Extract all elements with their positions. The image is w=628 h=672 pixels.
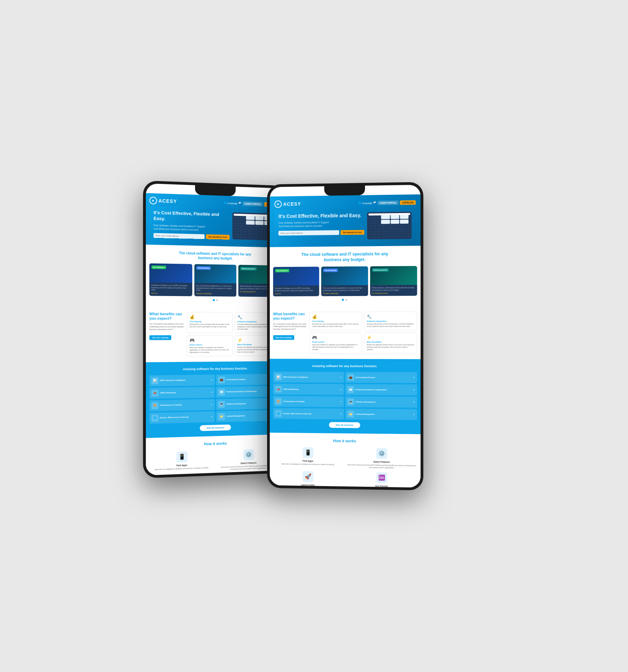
sw-crm-left[interactable]: 📣 CRM & Marketing ▼: [149, 386, 215, 398]
sw-prod-right[interactable]: 🎨 Productivity & Creativity ▼: [273, 396, 344, 407]
screen-right[interactable]: ⊕ ACESY 🌐 Language 🏳️ USER PORTAL CATALO…: [270, 194, 421, 487]
card-tag-2-left: Cloud Hosting: [196, 266, 211, 270]
benefit-desc-flex-right: Reduce the difficulty and the time to hi…: [367, 344, 414, 351]
sw-domain-arrow-right: ▼: [340, 413, 342, 415]
sw-acc-right[interactable]: 💼 Accounting & Finance ▼: [345, 372, 417, 383]
sw-acc-text-right: Accounting & Finance: [355, 376, 375, 378]
sw-email-right[interactable]: ✉️ Professional Email & Collaboration ▼: [345, 384, 417, 395]
software-grid-left: 📊 ERP & Business Intelligence ▼ 💼 Accoun…: [149, 374, 279, 424]
tagline-section-left: The cloud software and IT specialists fo…: [146, 244, 283, 307]
card-tag-3-right: Online presence!: [372, 268, 389, 272]
catalog-btn-right[interactable]: CATALOG: [400, 200, 416, 205]
svg-text:⚙️: ⚙️: [245, 451, 252, 458]
cards-row-left: Any Software! Hundreds of software such …: [149, 263, 279, 297]
cta-btn-right[interactable]: Get started for free!: [341, 230, 364, 235]
cost-icon-left: 💰: [190, 314, 230, 319]
benefits-title-right: What benefits can you expect?: [273, 312, 307, 321]
portal-btn-left[interactable]: USER PORTAL: [243, 201, 263, 206]
sw-prod-icon-right: 🎨: [275, 398, 282, 404]
ctrl-icon-left: 🎮: [190, 338, 230, 342]
sw-domain-text-left: Domain, Web service & Security: [160, 416, 189, 419]
sw-crm-arrow-right: ▼: [340, 389, 342, 391]
svg-text:⚙️: ⚙️: [378, 450, 385, 456]
sw-erp-icon-right: 📊: [275, 374, 282, 380]
software-section-right: Amazing software for any business functi…: [270, 359, 421, 434]
card-img-2-right: Cloud Hosting: [321, 266, 368, 285]
hero-form-right: Enter your email address Get started for…: [278, 230, 364, 236]
rc5: [390, 220, 399, 224]
sw-acc-arrow-right: ▼: [413, 377, 415, 379]
sw-acc-icon-left: 💼: [218, 376, 225, 383]
sw-email-text-right: Professional Email & Collaboration: [355, 388, 387, 391]
benefits-section-right: What benefits can you expect? Our Consul…: [270, 306, 421, 359]
sw-domain-text-right: Domain, Web service & Security: [283, 412, 311, 415]
sw-erp-left[interactable]: 📊 ERP & Business Intelligence ▼: [149, 374, 215, 386]
svg-text:♾️: ♾️: [245, 475, 252, 475]
card-cta-2-left: Flexible & affordable: [196, 292, 235, 295]
dot-inactive-right: [345, 299, 347, 301]
see-all-btn-left[interactable]: See all services: [200, 424, 231, 431]
benefit-desc-cost-left: Eliminate the cost associated with licen…: [190, 323, 230, 328]
dot-active-left: [213, 299, 215, 301]
logo-icon-left: ⊕: [149, 196, 157, 204]
sw-content-text-left: Content Management: [226, 415, 245, 417]
how-icon-use-right: ♾️: [376, 472, 387, 483]
svg-rect-6: [243, 473, 254, 475]
rc4: [381, 220, 390, 224]
logo-text-right: ACESY: [283, 201, 301, 207]
hero-form-left: Enter your email address Get started for…: [154, 233, 230, 239]
sw-domain-left[interactable]: 🌐 Domain, Web service & Security ▼: [149, 411, 215, 424]
email-input-left[interactable]: Enter your email address: [154, 233, 205, 239]
benefits-title-left: What benefits can you expect?: [149, 312, 184, 321]
phone-right: ⊕ ACESY 🌐 Language 🏳️ USER PORTAL CATALO…: [267, 182, 423, 490]
screen-left[interactable]: ⊕ ACESY 🌐 Language 🏳️ USER PORTAL CATALO…: [146, 193, 283, 475]
portal-btn-right[interactable]: USER PORTAL: [378, 200, 399, 205]
sw-dev-arrow-right: ▼: [413, 401, 415, 403]
cta-btn-left[interactable]: Get started for free!: [206, 234, 230, 240]
sw-erp-right[interactable]: 📊 ERP & Business Intelligence ▼: [273, 372, 344, 383]
sw-prod-left[interactable]: 🎨 Productivity & Creativity ▼: [149, 399, 215, 411]
benefit-cost-left: 💰 Cost Saving Eliminate the cost associa…: [187, 312, 233, 333]
phone-left: ⊕ ACESY 🌐 Language 🏳️ USER PORTAL CATALO…: [143, 180, 285, 478]
benefit-title-sw-right: Software Integration: [367, 320, 414, 322]
hero-subtitle-left: Free Software Solution and Excellent IT …: [154, 223, 230, 232]
dot-active-right: [342, 299, 344, 301]
sw-crm-arrow-left: ▼: [211, 391, 213, 393]
email-input-right[interactable]: Enter your email address: [278, 230, 339, 235]
how-icon-select-right: ⚙️: [376, 448, 387, 459]
sw-content-arrow-right: ▼: [413, 413, 415, 415]
see-catalog-btn-left[interactable]: See Our Catalog: [149, 335, 171, 340]
card-tag-1-right: Any Software!: [275, 269, 289, 272]
how-step-desc-select-right: You're free to pick-and-choose which fea…: [346, 464, 417, 469]
lc4: [246, 220, 255, 225]
sw-crm-icon-left: 📣: [152, 390, 159, 397]
sw-crm-right[interactable]: 📣 CRM & Marketing ▼: [273, 384, 344, 395]
hero-image-right: [367, 211, 412, 239]
sw-domain-right[interactable]: 🌐 Domain, Web service & Security ▼: [273, 408, 344, 419]
svg-text:🚀: 🚀: [304, 473, 311, 480]
sw-dev-icon-right: 💻: [347, 398, 354, 405]
sw-erp-text-right: ERP & Business Intelligence: [283, 376, 308, 378]
lang-left: 🌐 Language 🏳️: [223, 201, 241, 205]
card-desc-1-left: Hundreds of software such as ERP, accoun…: [151, 284, 191, 291]
how-step-title-launch-right: Launch Apps: [273, 483, 343, 486]
sw-crm-text-left: CRM & Marketing: [160, 392, 175, 394]
how-icon-find-right: 📱: [302, 447, 313, 458]
logo-icon-right: ⊕: [275, 200, 282, 208]
hero-left: It's Cost Effective, Flexible and Easy. …: [149, 206, 279, 247]
how-step-desc-find-right: Start from our catalogue of software and…: [273, 463, 343, 466]
sw-email-icon-right: ✉️: [347, 386, 354, 393]
see-catalog-btn-right[interactable]: See Our Catalog: [273, 335, 294, 340]
sw-content-icon-right: 📁: [347, 411, 354, 417]
how-icon-find-left: 📱: [176, 451, 187, 462]
sw-content-right[interactable]: 📁 Content Management ▼: [345, 409, 417, 420]
card-cloud-left: Cloud Hosting Run your business applicat…: [194, 264, 237, 296]
lc1: [246, 216, 255, 220]
benefit-desc-sw-right: Increase efficiencies and the productivi…: [367, 323, 414, 327]
hero-right: It's Cost Effective, Flexible and Easy. …: [275, 208, 416, 247]
see-all-btn-right[interactable]: See all services: [329, 422, 360, 428]
benefit-ctrl-left: 🎮 Keep control Keep your freedom to upgr…: [187, 335, 233, 356]
card-desc-1-right: Hundreds of software such as ERP, accoun…: [275, 287, 318, 292]
sw-dev-right[interactable]: 💻 Software development ▼: [345, 396, 417, 408]
hero-text-left: It's Cost Effective, Flexible and Easy. …: [154, 210, 230, 240]
